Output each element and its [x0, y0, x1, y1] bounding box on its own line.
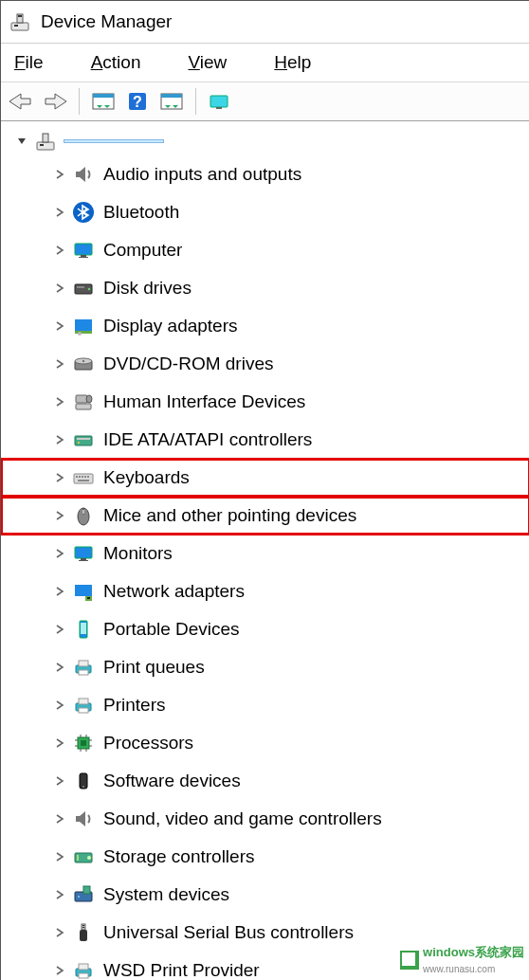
category-system[interactable]: System devices: [1, 876, 529, 914]
chevron-right-icon[interactable]: [50, 620, 69, 639]
svg-point-75: [78, 896, 80, 898]
category-label: Disk drives: [103, 278, 192, 299]
svg-rect-72: [77, 855, 79, 861]
category-network[interactable]: Network adapters: [1, 572, 529, 610]
svg-rect-43: [82, 510, 84, 514]
category-printers[interactable]: Printers: [1, 686, 529, 724]
device-tree: Audio inputs and outputsBluetoothCompute…: [1, 127, 529, 980]
chevron-right-icon[interactable]: [50, 203, 69, 222]
category-label: Print queues: [103, 657, 205, 678]
chevron-right-icon[interactable]: [50, 430, 69, 449]
scan-hardware-button[interactable]: [204, 85, 236, 118]
svg-rect-79: [82, 927, 84, 928]
forward-button[interactable]: [39, 85, 71, 118]
cpu-icon: [71, 731, 96, 755]
chevron-right-icon[interactable]: [50, 847, 69, 866]
chevron-right-icon[interactable]: [50, 961, 69, 980]
category-hid[interactable]: Human Interface Devices: [1, 383, 529, 421]
svg-rect-3: [18, 15, 22, 17]
svg-rect-59: [81, 740, 86, 746]
svg-rect-13: [40, 144, 44, 146]
category-printq[interactable]: Print queues: [1, 648, 529, 686]
content-pane[interactable]: Audio inputs and outputsBluetoothCompute…: [1, 120, 529, 980]
chevron-right-icon[interactable]: [50, 923, 69, 942]
menu-view[interactable]: View: [180, 48, 234, 77]
chevron-right-icon[interactable]: [50, 354, 69, 373]
chevron-right-icon[interactable]: [50, 809, 69, 828]
back-button[interactable]: [5, 85, 37, 118]
show-hide-tree-button[interactable]: [87, 85, 119, 118]
portable-device-icon: [71, 617, 96, 642]
svg-rect-46: [79, 560, 88, 561]
category-label: Sound, video and game controllers: [103, 808, 382, 829]
chevron-right-icon[interactable]: [50, 582, 69, 601]
svg-rect-16: [75, 244, 92, 255]
toolbar: ?: [1, 82, 529, 121]
svg-rect-32: [77, 438, 90, 440]
chevron-right-icon[interactable]: [50, 696, 69, 715]
menubar: File Action View Help: [1, 44, 529, 82]
category-label: Universal Serial Bus controllers: [103, 922, 354, 943]
chevron-right-icon[interactable]: [50, 771, 69, 790]
svg-rect-28: [76, 404, 91, 409]
menu-file[interactable]: File: [7, 48, 51, 77]
category-software[interactable]: Software devices: [1, 762, 529, 800]
chevron-right-icon[interactable]: [50, 544, 69, 563]
category-dvd[interactable]: DVD/CD-ROM drives: [1, 345, 529, 383]
chevron-right-icon[interactable]: [50, 241, 69, 260]
category-bluetooth[interactable]: Bluetooth: [1, 193, 529, 231]
category-label: Bluetooth: [103, 202, 179, 223]
svg-rect-74: [83, 886, 90, 894]
app-icon: [9, 10, 31, 33]
chevron-right-icon[interactable]: [50, 317, 69, 336]
svg-rect-12: [37, 142, 54, 150]
chevron-right-icon[interactable]: [50, 658, 69, 677]
svg-rect-77: [80, 930, 87, 941]
watermark-text: windows系统家园: [423, 945, 524, 959]
svg-rect-47: [75, 585, 92, 596]
svg-rect-5: [93, 94, 114, 98]
menu-help[interactable]: Help: [266, 48, 319, 77]
chevron-right-icon[interactable]: [50, 165, 69, 184]
svg-rect-39: [87, 476, 89, 478]
tree-root[interactable]: [1, 127, 529, 155]
chevron-right-icon[interactable]: [50, 506, 69, 525]
category-keyboard[interactable]: Keyboards: [1, 459, 529, 497]
category-storage[interactable]: Storage controllers: [1, 838, 529, 876]
category-mice[interactable]: Mice and other pointing devices: [1, 497, 529, 535]
menu-action[interactable]: Action: [83, 48, 149, 77]
svg-rect-35: [76, 476, 78, 478]
category-ide[interactable]: IDE ATA/ATAPI controllers: [1, 421, 529, 459]
category-display[interactable]: Display adapters: [1, 307, 529, 345]
keyboard-icon: [71, 465, 96, 490]
help-button[interactable]: ?: [121, 85, 154, 118]
toolbar-sep: [195, 88, 196, 115]
chevron-right-icon[interactable]: [50, 885, 69, 904]
svg-rect-82: [79, 973, 88, 978]
category-label: Monitors: [103, 543, 173, 564]
properties-button[interactable]: [155, 85, 188, 118]
chevron-right-icon[interactable]: [50, 279, 69, 298]
root-label[interactable]: [64, 139, 164, 143]
svg-point-69: [82, 786, 84, 788]
category-label: System devices: [103, 884, 229, 905]
chevron-right-icon[interactable]: [50, 468, 69, 487]
svg-rect-14: [43, 134, 48, 142]
category-computer[interactable]: Computer: [1, 231, 529, 269]
category-sound[interactable]: Sound, video and game controllers: [1, 800, 529, 838]
category-disk[interactable]: Disk drives: [1, 269, 529, 307]
category-portable[interactable]: Portable Devices: [1, 610, 529, 648]
chevron-right-icon[interactable]: [50, 734, 69, 753]
category-label: WSD Print Provider: [103, 960, 260, 980]
svg-point-20: [88, 288, 91, 291]
category-cpu[interactable]: Processors: [1, 724, 529, 762]
storage-controller-icon: [71, 844, 96, 869]
category-label: Computer: [103, 240, 182, 261]
category-audio[interactable]: Audio inputs and outputs: [1, 155, 529, 193]
hid-icon: [71, 390, 96, 414]
category-monitors[interactable]: Monitors: [1, 535, 529, 572]
chevron-right-icon[interactable]: [50, 392, 69, 411]
svg-rect-44: [75, 547, 92, 558]
chevron-down-icon[interactable]: [12, 132, 31, 151]
monitor-icon: [71, 238, 96, 263]
